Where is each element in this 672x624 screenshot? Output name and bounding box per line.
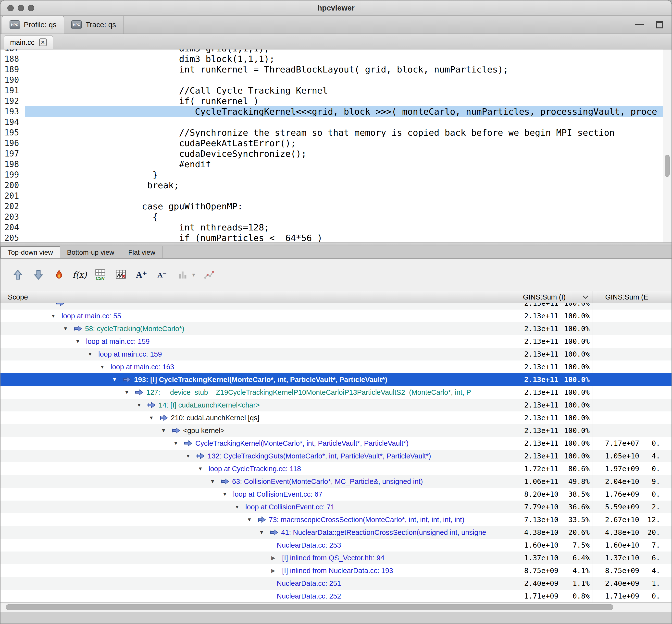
scope-label[interactable]: 73: macroscopicCrossSection(MonteCarlo*,… — [269, 516, 465, 524]
code-line[interactable]: 197 cudaDeviceSynchronize(); — [0, 149, 672, 159]
column-header-gins-sum-i[interactable]: GINS:Sum (I) — [517, 291, 593, 303]
tab-bottom-up-view[interactable]: Bottom-up view — [60, 246, 121, 258]
code-line[interactable]: 194 — [0, 117, 672, 127]
scope-label[interactable]: <gpu kernel> — [183, 426, 224, 435]
scope-label[interactable]: loop at CollisionEvent.cc: 67 — [233, 490, 322, 498]
derived-metric-button[interactable]: f(x) — [73, 268, 86, 281]
code-line[interactable]: 192 if( runKernel ) — [0, 96, 672, 106]
tree-row[interactable]: ▼loop at main.cc: 1632.13e+11100.0% — [0, 361, 672, 373]
code-line[interactable]: 201 — [0, 190, 672, 201]
code-line[interactable]: 188 dim3 block(1,1,1); — [0, 54, 672, 64]
tab-trace[interactable]: HPC Trace: qs — [64, 16, 124, 33]
collapse-toggle-icon[interactable]: ▼ — [100, 364, 110, 370]
tree-row[interactable]: ▼58: cycleTracking(MonteCarlo*)2.13e+111… — [0, 322, 672, 335]
column-header-gins-sum-e[interactable]: GINS:Sum (E — [593, 291, 672, 303]
minimize-view-icon[interactable] — [635, 24, 644, 25]
collapse-toggle-icon[interactable]: ▼ — [63, 326, 74, 332]
column-header-scope[interactable]: Scope — [0, 291, 517, 303]
collapse-toggle-icon[interactable]: ▼ — [124, 389, 135, 395]
code-line[interactable]: 190 — [0, 75, 672, 85]
zoom-window-icon[interactable] — [28, 5, 34, 11]
zoom-out-button[interactable] — [32, 268, 45, 281]
scope-label[interactable]: 14: [I] cudaLaunchKernel<char> — [158, 401, 260, 409]
scope-label[interactable]: [I] inlined from QS_Vector.hh: 94 — [282, 554, 384, 562]
tree-row[interactable]: ▼loop at CollisionEvent.cc: 717.79e+1036… — [0, 500, 672, 513]
scope-label[interactable]: [I] inlined from NuclearData.cc: 193 — [282, 567, 393, 575]
collapse-toggle-icon[interactable]: ▼ — [222, 491, 233, 497]
tree-row[interactable]: 2.13e+11100.0% — [0, 303, 672, 310]
collapse-toggle-icon[interactable]: ▼ — [185, 453, 196, 459]
tree-row[interactable]: ▼132: CycleTrackingGuts(MonteCarlo*, int… — [0, 450, 672, 462]
code-line[interactable]: 199 } — [0, 170, 672, 180]
scope-label[interactable]: NuclearData.cc: 252 — [277, 592, 341, 600]
collapse-toggle-icon[interactable]: ▼ — [247, 517, 257, 523]
tree-row[interactable]: ▼loop at CollisionEvent.cc: 678.20e+1038… — [0, 488, 672, 500]
tab-top-down-view[interactable]: Top-down view — [0, 246, 60, 258]
close-window-icon[interactable] — [7, 5, 14, 11]
scope-label[interactable]: NuclearData.cc: 251 — [277, 579, 341, 588]
tree-row[interactable]: ▼193: [I] CycleTrackingKernel(MonteCarlo… — [0, 373, 672, 386]
collapse-toggle-icon[interactable]: ▼ — [88, 351, 98, 357]
tree-row[interactable]: ▼loop at main.cc: 552.13e+11100.0% — [0, 310, 672, 322]
code-line[interactable]: 198 #endif — [0, 159, 672, 170]
editor-scrollbar-thumb[interactable] — [665, 155, 670, 177]
code-line[interactable]: 193 CycleTrackingKernel<<<grid, block >>… — [0, 106, 672, 117]
panel-sash[interactable] — [0, 242, 672, 246]
tree-row[interactable]: ▼210: cudaLaunchKernel [qs]2.13e+11100.0… — [0, 411, 672, 424]
tree-row[interactable]: NuclearData.cc: 2521.71e+090.8%1.71e+090… — [0, 590, 672, 602]
scope-label[interactable]: loop at main.cc: 55 — [61, 312, 121, 320]
editor-tab-maincc[interactable]: main.cc ✕ — [4, 35, 53, 49]
scope-label[interactable]: 127: __device_stub__Z19CycleTrackingKern… — [146, 388, 471, 396]
code-line[interactable]: 204 int nthreads=128; — [0, 222, 672, 233]
expand-toggle-icon[interactable]: ▶ — [271, 568, 282, 574]
collapse-toggle-icon[interactable]: ▼ — [112, 376, 123, 383]
tree-row[interactable]: ▼63: CollisionEvent(MonteCarlo*, MC_Part… — [0, 475, 672, 488]
tree-row[interactable]: ▼<gpu kernel>2.13e+11100.0% — [0, 424, 672, 437]
increase-font-button[interactable]: A⁺ — [135, 268, 148, 281]
tree-row[interactable]: ▼loop at main.cc: 1592.13e+11100.0% — [0, 335, 672, 348]
collapse-toggle-icon[interactable]: ▼ — [173, 440, 184, 446]
code-line[interactable]: 205 if (numParticles < 64*56 ) — [0, 233, 672, 242]
scope-label[interactable]: loop at main.cc: 163 — [110, 363, 174, 371]
collapse-toggle-icon[interactable]: ▼ — [149, 415, 159, 421]
collapse-toggle-icon[interactable]: ▼ — [75, 338, 86, 344]
zoom-in-button[interactable] — [11, 268, 25, 281]
minimize-window-icon[interactable] — [18, 5, 24, 11]
scope-label[interactable]: 132: CycleTrackingGuts(MonteCarlo*, int,… — [207, 452, 431, 460]
decrease-font-button[interactable]: A⁻ — [155, 268, 169, 281]
scope-label[interactable]: 210: cudaLaunchKernel [qs] — [171, 414, 259, 422]
code-line[interactable]: 202 case gpuWithOpenMP: — [0, 201, 672, 212]
scope-label[interactable]: CycleTrackingKernel(MonteCarlo*, int, Pa… — [195, 439, 408, 447]
tree-row[interactable]: ▼loop at main.cc: 1592.13e+11100.0% — [0, 348, 672, 361]
code-line[interactable]: 187 dim3 grid(1,1,1); — [0, 50, 672, 54]
tree-row[interactable]: ▼41: NuclearData::getReactionCrossSectio… — [0, 526, 672, 539]
code-line[interactable]: 200 break; — [0, 180, 672, 190]
scope-label[interactable]: loop at CollisionEvent.cc: 71 — [245, 503, 334, 511]
scope-label[interactable]: 63: CollisionEvent(MonteCarlo*, MC_Parti… — [232, 477, 423, 486]
collapse-toggle-icon[interactable]: ▼ — [51, 313, 61, 319]
code-line[interactable]: 203 { — [0, 212, 672, 222]
horizontal-scrollbar-thumb[interactable] — [6, 604, 613, 610]
scope-label[interactable]: loop at main.cc: 159 — [98, 350, 162, 358]
export-csv-button[interactable]: CSV — [94, 268, 107, 281]
code-line[interactable]: 195 //Synchronize the stream so that mem… — [0, 127, 672, 138]
code-line[interactable]: 191 //Call Cycle Tracking Kernel — [0, 85, 672, 96]
collapse-toggle-icon[interactable]: ▼ — [136, 402, 147, 408]
tree-row[interactable]: ▼loop at CycleTracking.cc: 1181.72e+1180… — [0, 462, 672, 475]
close-editor-icon[interactable]: ✕ — [39, 38, 47, 46]
source-editor[interactable]: 187 dim3 grid(1,1,1);188 dim3 block(1,1,… — [0, 50, 672, 242]
scope-label[interactable]: NuclearData.cc: 253 — [277, 541, 341, 549]
tree-row[interactable]: NuclearData.cc: 2531.60e+107.5%1.60e+107… — [0, 539, 672, 551]
collapse-toggle-icon[interactable]: ▼ — [198, 466, 208, 472]
tree-row[interactable]: NuclearData.cc: 2512.40e+091.1%2.40e+091… — [0, 577, 672, 590]
maximize-view-icon[interactable] — [656, 21, 663, 28]
collapse-toggle-icon[interactable]: ▼ — [161, 427, 172, 434]
horizontal-scrollbar[interactable] — [0, 602, 672, 612]
scope-label[interactable]: loop at CycleTracking.cc: 118 — [208, 465, 301, 473]
collapse-toggle-icon[interactable]: ▼ — [259, 529, 270, 535]
tree-row[interactable]: ▶[I] inlined from NuclearData.cc: 1938.7… — [0, 564, 672, 577]
tree-row[interactable]: ▼73: macroscopicCrossSection(MonteCarlo*… — [0, 513, 672, 526]
collapse-toggle-icon[interactable]: ▼ — [234, 504, 245, 510]
tab-flat-view[interactable]: Flat view — [121, 246, 162, 258]
expand-toggle-icon[interactable]: ▶ — [271, 555, 282, 561]
